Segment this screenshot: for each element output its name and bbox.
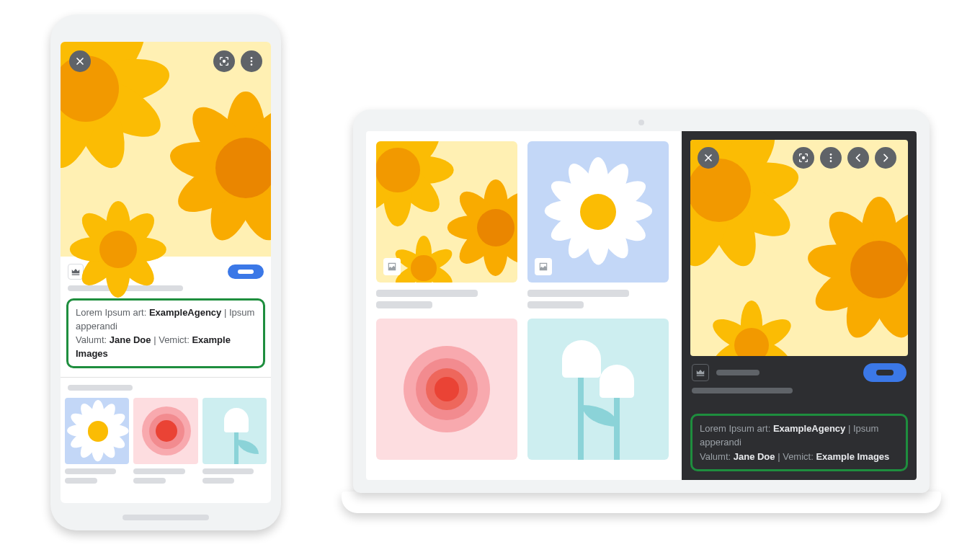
image-icon bbox=[383, 258, 401, 275]
related-thumb[interactable] bbox=[202, 398, 267, 464]
phone-device-frame: Lorem Ipsum art: ExampleAgency | Ipsum a… bbox=[50, 14, 281, 530]
svg-point-5 bbox=[830, 154, 832, 156]
credit-vemict-label: Vemict: bbox=[159, 334, 190, 345]
crown-icon bbox=[692, 364, 709, 381]
more-vertical-icon[interactable] bbox=[820, 147, 842, 169]
result-tile[interactable] bbox=[376, 319, 517, 460]
laptop-base bbox=[342, 492, 941, 513]
chevron-right-icon[interactable] bbox=[875, 147, 896, 169]
credit-valumt-label: Valumt: bbox=[76, 334, 107, 345]
credit-author: Jane Doe bbox=[110, 334, 151, 345]
image-results-grid bbox=[366, 131, 682, 480]
related-thumb[interactable] bbox=[133, 398, 197, 464]
credit-valumt-label: Valumt: bbox=[700, 451, 731, 462]
action-button[interactable] bbox=[228, 264, 264, 279]
credit-vemict-label: Vemict: bbox=[783, 451, 814, 462]
credit-agency: ExampleAgency bbox=[773, 423, 845, 434]
source-name-placeholder bbox=[716, 370, 760, 375]
credit-art-label: Lorem Ipsum art: bbox=[700, 423, 770, 434]
laptop-screen: Lorem Ipsum art: ExampleAgency | Ipsum a… bbox=[366, 131, 917, 480]
svg-point-1 bbox=[251, 57, 253, 59]
image-viewer-panel: Lorem Ipsum art: ExampleAgency | Ipsum a… bbox=[682, 131, 917, 480]
credit-source: Example Images bbox=[816, 451, 889, 462]
laptop-device-frame: Lorem Ipsum art: ExampleAgency | Ipsum a… bbox=[342, 110, 941, 513]
action-button[interactable] bbox=[863, 363, 906, 382]
credit-agency: ExampleAgency bbox=[149, 307, 221, 318]
credit-author: Jane Doe bbox=[734, 451, 775, 462]
lens-icon[interactable] bbox=[213, 50, 235, 72]
more-vertical-icon[interactable] bbox=[241, 50, 262, 72]
svg-point-4 bbox=[802, 156, 805, 159]
image-credit-highlight: Lorem Ipsum art: ExampleAgency | Ipsum a… bbox=[66, 298, 265, 368]
related-header-placeholder bbox=[68, 385, 133, 391]
title-placeholder bbox=[692, 388, 793, 393]
divider bbox=[61, 377, 271, 378]
close-icon[interactable] bbox=[69, 50, 91, 72]
viewer-source-row bbox=[690, 356, 908, 385]
svg-point-7 bbox=[830, 160, 832, 162]
mobile-hero-image bbox=[61, 42, 271, 257]
credit-separator: | bbox=[224, 307, 229, 318]
result-tile[interactable] bbox=[376, 141, 517, 308]
related-thumb[interactable] bbox=[65, 398, 129, 464]
svg-point-0 bbox=[223, 60, 226, 63]
close-icon[interactable] bbox=[698, 147, 719, 169]
phone-screen: Lorem Ipsum art: ExampleAgency | Ipsum a… bbox=[61, 42, 271, 503]
related-captions bbox=[61, 464, 271, 484]
result-tile[interactable] bbox=[527, 141, 669, 308]
related-thumbnails bbox=[61, 398, 271, 464]
svg-point-2 bbox=[251, 61, 253, 63]
result-tile[interactable] bbox=[527, 319, 669, 460]
webcam bbox=[638, 120, 644, 125]
svg-point-6 bbox=[830, 157, 832, 159]
home-indicator bbox=[122, 515, 209, 520]
svg-point-3 bbox=[251, 63, 253, 66]
chevron-left-icon[interactable] bbox=[847, 147, 869, 169]
lens-icon[interactable] bbox=[793, 147, 814, 169]
image-icon bbox=[535, 258, 552, 275]
credit-separator: | bbox=[848, 423, 853, 434]
viewer-hero-image bbox=[690, 140, 908, 356]
image-credit-highlight: Lorem Ipsum art: ExampleAgency | Ipsum a… bbox=[690, 414, 908, 472]
credit-art-label: Lorem Ipsum art: bbox=[76, 307, 146, 318]
